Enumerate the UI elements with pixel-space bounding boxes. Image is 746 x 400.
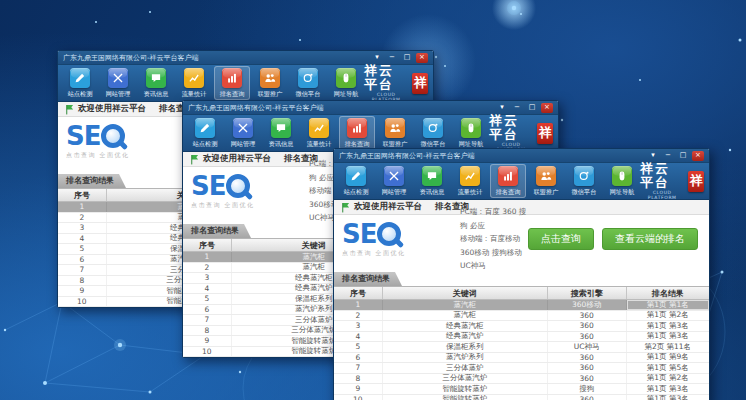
cell-engine: 360 xyxy=(548,353,627,363)
toolbar-item-alliance[interactable]: 联盟推广 xyxy=(377,116,413,150)
cell-rank: 第1页 第3名 xyxy=(627,321,710,331)
toolbar-item-info[interactable]: 资讯信息 xyxy=(414,164,450,198)
cell-engine: 360 xyxy=(548,374,627,384)
maximize-button[interactable]: □ xyxy=(526,103,538,113)
table-row[interactable]: 4经典蒸汽炉360第1页 第3名 xyxy=(334,332,709,343)
cell-index: 4 xyxy=(58,234,107,244)
seo-logo-letters: SE xyxy=(66,123,101,149)
toolbar-item-nav[interactable]: 网址导航 xyxy=(328,66,364,100)
minimize-button[interactable]: − xyxy=(662,151,674,161)
table-body: 1蒸汽柜360移动第1页 第1名2蒸汽柜360第1页 第2名3经典蒸汽柜360第… xyxy=(334,300,709,400)
toolbar-items: 站点检测网站管理资讯信息流量统计排名查询联盟推广微信平台网址导航 xyxy=(338,164,640,198)
table-row[interactable]: 6蒸汽炉系列360第1页 第9名 xyxy=(334,353,709,364)
chat-bubble-icon xyxy=(422,166,442,186)
seo-tagline: 点击查询 全面优化 xyxy=(66,151,184,160)
table-header: 序号关键词搜索引擎排名结果 xyxy=(334,287,709,300)
seo-logo-letters: SE xyxy=(191,173,226,199)
cell-index: 5 xyxy=(183,294,232,304)
tools-icon xyxy=(384,166,404,186)
toolbar-item-site-check[interactable]: 站点检测 xyxy=(62,66,98,100)
toolbar-item-site-manage[interactable]: 网站管理 xyxy=(225,116,261,150)
cell-index: 8 xyxy=(183,326,232,336)
window-controls: ▾ − □ × xyxy=(496,103,553,113)
toolbar-item-nav[interactable]: 网址导航 xyxy=(604,164,640,198)
cell-index: 1 xyxy=(183,252,232,262)
toolbar-item-traffic[interactable]: 流量统计 xyxy=(301,116,337,150)
tab-rank-results[interactable]: 排名查询结果 xyxy=(58,174,126,188)
toolbar-item-label: 资讯信息 xyxy=(269,140,294,149)
toolbar-item-traffic[interactable]: 流量统计 xyxy=(452,164,488,198)
table-row[interactable]: 5保温柜系列UC神马第2页 第11名 xyxy=(334,342,709,353)
minimize-button[interactable]: − xyxy=(511,103,523,113)
toolbar-item-site-manage[interactable]: 网站管理 xyxy=(376,164,412,198)
cell-index: 3 xyxy=(334,321,383,331)
bar-chart-icon xyxy=(222,68,242,88)
seo-logo: SE 点击查询 全面优化 xyxy=(66,123,184,160)
tab-rank-results[interactable]: 排名查询结果 xyxy=(183,224,251,238)
magnifier-icon xyxy=(226,174,250,198)
table-row[interactable]: 7三分体蒸炉360第1页 第5名 xyxy=(334,363,709,374)
cell-index: 6 xyxy=(183,305,232,315)
window-menu-button[interactable]: ▾ xyxy=(371,53,383,63)
column-header: 关键词 xyxy=(383,287,548,299)
cell-keyword: 蒸汽柜 xyxy=(383,311,548,321)
brand-logo: 祥云平台 CLOUD PLATFORM 祥 xyxy=(640,162,704,199)
toolbar-item-site-check[interactable]: 站点检测 xyxy=(338,164,374,198)
window-menu-button[interactable]: ▾ xyxy=(647,151,659,161)
toolbar-item-nav[interactable]: 网址导航 xyxy=(453,116,489,150)
toolbar-item-alliance[interactable]: 联盟推广 xyxy=(528,164,564,198)
welcome-title: 欢迎使用祥云平台 xyxy=(78,103,146,115)
toolbar-item-wechat[interactable]: 微信平台 xyxy=(415,116,451,150)
column-header: 搜索引擎 xyxy=(548,287,627,299)
people-icon xyxy=(385,118,405,138)
cell-index: 2 xyxy=(58,213,107,223)
table-row[interactable]: 9智能旋转蒸炉搜狗第1页 第3名 xyxy=(334,384,709,395)
cell-index: 2 xyxy=(334,311,383,321)
mouse-icon xyxy=(461,118,481,138)
tab-rank-results[interactable]: 排名查询结果 xyxy=(334,272,402,286)
close-button[interactable]: × xyxy=(692,151,704,161)
toolbar-item-wechat[interactable]: 微信平台 xyxy=(566,164,602,198)
close-button[interactable]: × xyxy=(541,103,553,113)
view-cloud-rank-button[interactable]: 查看云端的排名 xyxy=(602,228,698,250)
cell-index: 2 xyxy=(183,263,232,273)
window-title: 广东九鼎王国网络有限公司-祥云平台客户端 xyxy=(63,53,371,63)
mouse-icon xyxy=(612,166,632,186)
toolbar-item-rank[interactable]: 排名查询 xyxy=(490,164,526,198)
table-row[interactable]: 3经典蒸汽柜360第1页 第3名 xyxy=(334,321,709,332)
toolbar-item-info[interactable]: 资讯信息 xyxy=(138,66,174,100)
cell-index: 5 xyxy=(58,244,107,254)
flag-icon xyxy=(65,104,74,115)
cell-rank: 第1页 第3名 xyxy=(627,395,710,400)
cell-index: 8 xyxy=(58,276,107,286)
table-row[interactable]: 2蒸汽柜360第1页 第2名 xyxy=(334,311,709,322)
toolbar-item-site-manage[interactable]: 网站管理 xyxy=(100,66,136,100)
toolbar-item-site-check[interactable]: 站点检测 xyxy=(187,116,223,150)
window-menu-button[interactable]: ▾ xyxy=(496,103,508,113)
toolbar-item-wechat[interactable]: 微信平台 xyxy=(290,66,326,100)
maximize-button[interactable]: □ xyxy=(401,53,413,63)
cell-index: 1 xyxy=(58,202,107,212)
minimize-button[interactable]: − xyxy=(386,53,398,63)
toolbar-item-traffic[interactable]: 流量统计 xyxy=(176,66,212,100)
maximize-button[interactable]: □ xyxy=(677,151,689,161)
toolbar-item-rank[interactable]: 排名查询 xyxy=(339,116,375,150)
pencil-icon xyxy=(195,118,215,138)
cell-rank: 第1页 第3名 xyxy=(627,384,710,394)
toolbar-item-label: 网站管理 xyxy=(382,188,407,197)
cell-index: 6 xyxy=(58,255,107,265)
close-button[interactable]: × xyxy=(416,53,428,63)
mouse-icon xyxy=(336,68,356,88)
column-header: 序号 xyxy=(183,239,232,251)
table-row[interactable]: 8三分体蒸汽炉360第1页 第2名 xyxy=(334,374,709,385)
toolbar-item-info[interactable]: 资讯信息 xyxy=(263,116,299,150)
toolbar-item-alliance[interactable]: 联盟推广 xyxy=(252,66,288,100)
cell-engine: 搜狗 xyxy=(548,384,627,394)
toolbar-item-rank[interactable]: 排名查询 xyxy=(214,66,250,100)
table-row[interactable]: 10智能旋转蒸炉360第1页 第3名 xyxy=(334,395,709,400)
table-row[interactable]: 1蒸汽柜360移动第1页 第1名 xyxy=(334,300,709,311)
cell-keyword: 经典蒸汽炉 xyxy=(383,332,548,342)
main-toolbar: 站点检测网站管理资讯信息流量统计排名查询联盟推广微信平台网址导航 祥云平台 CL… xyxy=(183,115,558,152)
query-button[interactable]: 点击查询 xyxy=(528,228,594,250)
cell-index: 7 xyxy=(183,315,232,325)
